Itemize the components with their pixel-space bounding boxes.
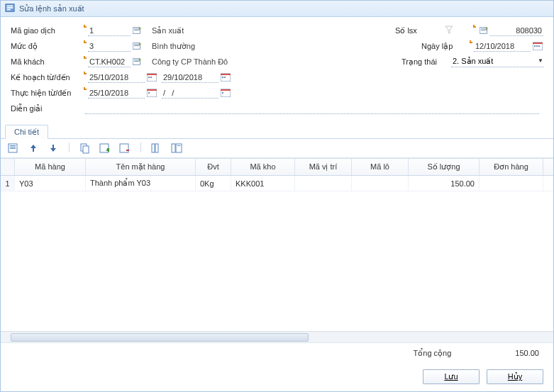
svg-rect-12 <box>134 45 139 46</box>
funnel-icon[interactable] <box>445 26 453 35</box>
col-order[interactable]: Đơn hàng <box>480 159 543 175</box>
grid-body[interactable]: 1 Y03 Thành phẩm Y03 0Kg KKK001 150.00 <box>1 176 553 331</box>
calendar-icon[interactable] <box>532 41 543 51</box>
order-no-input[interactable] <box>490 25 543 36</box>
svg-rect-8 <box>481 28 486 29</box>
lookup-icon[interactable] <box>132 57 143 67</box>
customer-code-input[interactable] <box>88 56 131 67</box>
svg-rect-6 <box>134 30 139 30</box>
grid-remove-icon[interactable] <box>119 142 131 154</box>
issue-date-input[interactable] <box>474 40 531 52</box>
svg-rect-5 <box>134 28 139 29</box>
divider <box>69 142 70 152</box>
required-tick <box>84 56 87 59</box>
label-level: Mức độ <box>11 42 85 51</box>
required-tick <box>84 40 87 43</box>
svg-rect-45 <box>172 144 175 152</box>
svg-rect-14 <box>533 43 543 44</box>
svg-rect-2 <box>7 7 13 9</box>
svg-rect-30 <box>147 89 157 91</box>
svg-rect-31 <box>148 92 150 94</box>
cell-loc[interactable] <box>295 176 352 191</box>
tabs: Chi tiết <box>1 125 553 139</box>
calendar-icon[interactable] <box>220 72 231 82</box>
level-code-input[interactable] <box>88 40 131 52</box>
label-desc: Diễn giải <box>11 104 85 113</box>
calendar-icon[interactable] <box>146 88 157 98</box>
exec-from-input[interactable] <box>88 87 145 99</box>
cell-wh[interactable]: KKK001 <box>231 176 295 191</box>
arrow-up-icon[interactable] <box>28 142 39 154</box>
svg-rect-27 <box>222 77 223 78</box>
columns-icon[interactable] <box>151 142 162 154</box>
level-name: Bình thường <box>152 42 195 51</box>
svg-rect-44 <box>155 144 158 152</box>
exec-to-input[interactable] <box>162 87 218 99</box>
divider <box>140 142 141 152</box>
svg-rect-34 <box>222 92 223 94</box>
plan-to-input[interactable] <box>162 72 218 83</box>
svg-rect-37 <box>10 147 16 147</box>
cell-unit[interactable]: 0Kg <box>196 176 231 191</box>
cell-lot[interactable] <box>352 176 409 191</box>
col-wh[interactable]: Mã kho <box>231 159 295 175</box>
desc-input[interactable] <box>85 103 539 114</box>
tab-detail[interactable]: Chi tiết <box>5 125 48 139</box>
label-trans: Mã giao dịch <box>11 26 85 35</box>
label-status: Trạng thái <box>401 57 451 67</box>
save-button[interactable]: Lưu <box>423 369 480 384</box>
plan-from-input[interactable] <box>88 72 145 83</box>
footer: Lưu Hủy <box>1 364 553 391</box>
col-code[interactable]: Mã hàng <box>15 159 86 175</box>
totals-label: Tổng cộng <box>414 349 452 358</box>
table-row[interactable]: 1 Y03 Thành phẩm Y03 0Kg KKK001 150.00 <box>1 176 553 191</box>
grid-add-icon[interactable] <box>99 142 111 154</box>
required-tick <box>84 25 87 28</box>
window-title: Sửa lệnh sản xuất <box>19 4 84 13</box>
app-icon <box>5 3 15 14</box>
required-tick <box>84 72 87 74</box>
trans-name: Sản xuất <box>152 26 184 35</box>
copy-icon[interactable] <box>79 142 91 154</box>
col-loc[interactable]: Mã vị trí <box>295 159 352 175</box>
layout-icon[interactable] <box>171 142 182 154</box>
grid-toolbar <box>1 139 553 158</box>
svg-rect-26 <box>221 74 231 75</box>
svg-rect-1 <box>7 6 13 7</box>
horizontal-scrollbar[interactable] <box>1 331 553 342</box>
scroll-thumb[interactable] <box>11 333 309 342</box>
grid-btn-new[interactable] <box>8 142 19 154</box>
grid-header: Mã hàng Tên mặt hàng Đvt Mã kho Mã vị tr… <box>1 159 553 176</box>
arrow-down-icon[interactable] <box>48 142 59 154</box>
col-unit[interactable]: Đvt <box>196 159 231 175</box>
svg-rect-16 <box>536 45 538 47</box>
titlebar: Sửa lệnh sản xuất <box>1 1 553 17</box>
calendar-icon[interactable] <box>220 88 231 98</box>
svg-rect-46 <box>176 144 182 152</box>
cell-order[interactable] <box>480 176 543 191</box>
col-lot[interactable]: Mã lô <box>352 159 409 175</box>
svg-rect-11 <box>134 44 139 45</box>
svg-rect-17 <box>538 45 540 47</box>
customer-name: Công ty CP Thành Đô <box>152 57 228 66</box>
cell-name[interactable]: Thành phẩm Y03 <box>86 176 196 191</box>
col-name[interactable]: Tên mặt hàng <box>86 159 196 175</box>
svg-rect-36 <box>10 145 16 146</box>
svg-rect-38 <box>10 148 16 149</box>
cell-code[interactable]: Y03 <box>15 176 86 191</box>
col-qty[interactable]: Số lượng <box>409 159 480 175</box>
cell-qty[interactable]: 150.00 <box>409 176 480 191</box>
cancel-button[interactable]: Hủy <box>487 369 543 384</box>
lookup-icon[interactable] <box>132 26 143 35</box>
lookup-icon[interactable] <box>132 41 143 51</box>
calendar-icon[interactable] <box>146 72 157 82</box>
svg-rect-20 <box>134 61 139 62</box>
lookup-icon[interactable] <box>479 26 490 35</box>
svg-rect-22 <box>147 74 157 75</box>
status-dropdown[interactable] <box>451 56 543 67</box>
totals-row: Tổng cộng 150.00 <box>1 342 553 364</box>
svg-rect-47 <box>177 145 180 146</box>
trans-code-input[interactable] <box>88 25 131 36</box>
svg-rect-23 <box>148 77 150 78</box>
form-area: Mã giao dịch Sản xuất Số lsx Mức độ <box>1 17 553 121</box>
